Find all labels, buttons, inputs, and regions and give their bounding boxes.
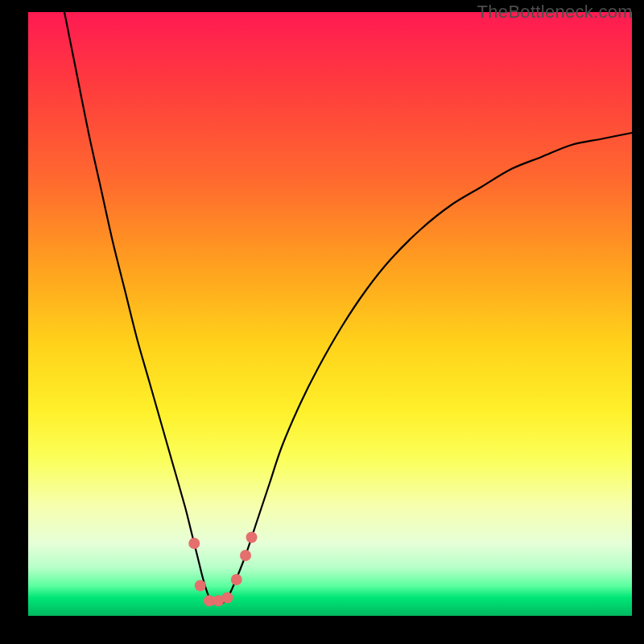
curve-marker [222,592,233,604]
curve-marker [188,538,200,549]
chart-frame: TheBottleneck.com [0,0,644,644]
curve-marker [231,574,242,585]
curve-marker [195,580,206,592]
bottleneck-curve [64,12,632,605]
curve-markers [188,532,257,607]
chart-plot-area [28,12,632,616]
watermark-text: TheBottleneck.com [477,2,633,23]
chart-svg [28,12,632,616]
curve-marker [246,532,258,543]
curve-marker [240,550,251,561]
